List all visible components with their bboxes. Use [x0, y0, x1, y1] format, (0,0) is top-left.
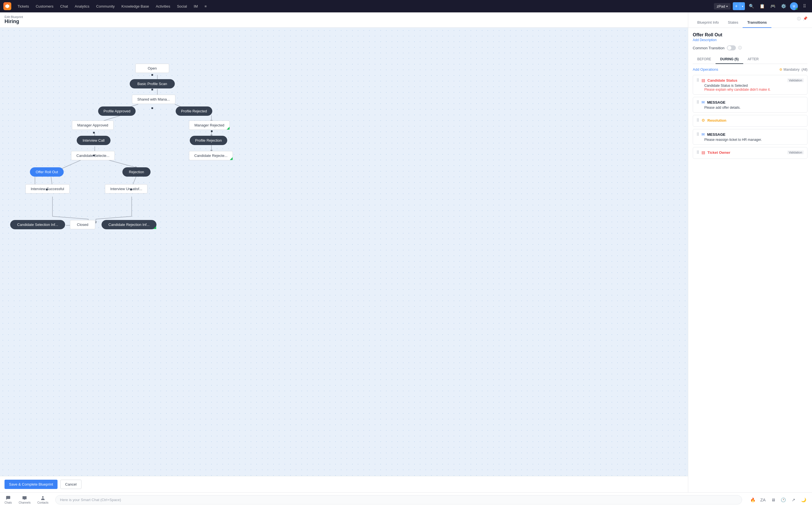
op-badge: Validation [787, 78, 804, 82]
brand-selector[interactable]: zPad ▾ [714, 3, 730, 10]
common-transition-toggle[interactable] [727, 45, 736, 50]
connector-dot [151, 74, 153, 76]
node-profile-rejected[interactable]: Profile Rejected [175, 107, 212, 116]
drag-handle[interactable]: ⠿ [696, 100, 699, 105]
search-button[interactable]: 🔍 [747, 2, 756, 10]
op-title: Candidate Status [707, 78, 737, 82]
status-bar-icons: 🔥 ZA 🖥 🕐 ↗ 🌙 [749, 496, 808, 504]
status-chats[interactable]: Chats [4, 496, 12, 504]
node-candidate-selection-inf[interactable]: Candidate Selection Inf... [10, 220, 65, 229]
share-icon[interactable]: ↗ [790, 496, 797, 504]
nav-community[interactable]: Community [93, 3, 117, 10]
clock-icon[interactable]: 🕐 [779, 496, 787, 504]
node-basic-profile-scan[interactable]: Basic Profile Scan [130, 79, 175, 89]
subtab-before[interactable]: BEFORE [693, 55, 716, 64]
op-body: Please add offer details. [696, 106, 804, 110]
add-operations-link[interactable]: Add Operations [693, 67, 718, 71]
nav-chat[interactable]: Chat [57, 3, 71, 10]
op-card-resolution: ⠿ ⚙ Resolution [693, 115, 808, 127]
subtab-after[interactable]: AFTER [743, 55, 763, 64]
online-indicator [796, 8, 798, 10]
grid-menu-button[interactable]: ⠿ [800, 2, 809, 10]
save-complete-button[interactable]: Save & Complete Blueprint [4, 480, 57, 489]
tab-blueprint-info[interactable]: Blueprint Info [693, 17, 723, 28]
op-card-candidate-status: ⠿ ▤ Candidate Status Validation Candidat… [693, 75, 808, 95]
flow-canvas[interactable]: Open Basic Profile Scan Shared with Mana… [0, 27, 688, 476]
nav-knowledge-base[interactable]: Knowledge Base [119, 3, 152, 10]
drag-handle[interactable]: ⠿ [696, 150, 699, 155]
smart-chat-input[interactable]: Here is your Smart Chat (Ctrl+Space) [55, 495, 742, 504]
nav-activities[interactable]: Activities [153, 3, 173, 10]
tab-transitions[interactable]: Transitions [743, 17, 771, 28]
node-rejection[interactable]: Rejection [122, 167, 151, 177]
app-logo[interactable] [3, 2, 11, 10]
text-format-icon[interactable]: ZA [759, 496, 767, 504]
panel-info-icon[interactable]: ⓘ [797, 16, 801, 21]
common-transition-info-icon[interactable]: ⓘ [738, 45, 742, 50]
ops-header: Add Operations ⚙ Mandatory (All) [693, 67, 808, 71]
notification-button[interactable]: 📋 [758, 2, 766, 10]
status-contacts[interactable]: Contacts [37, 496, 48, 504]
panel-pin-icon[interactable]: 📌 [803, 16, 808, 21]
cancel-button[interactable]: Cancel [60, 480, 81, 489]
nav-tickets[interactable]: Tickets [15, 3, 32, 10]
canvas-footer: Save & Complete Blueprint Cancel [0, 476, 688, 492]
node-profile-rejection[interactable]: Profile Rejection [190, 136, 227, 145]
nav-social[interactable]: Social [174, 3, 190, 10]
mandatory-label: ⚙ Mandatory (All) [779, 68, 808, 71]
node-closed[interactable]: Closed [70, 220, 95, 229]
node-interview-call[interactable]: Interview Call [77, 136, 110, 145]
canvas-header: Edit Blueprint Hiring [0, 12, 688, 27]
op-card-header: ⠿ ⚙ Resolution [696, 118, 804, 122]
fire-icon[interactable]: 🔥 [749, 496, 757, 504]
apps-button[interactable]: 🎮 [769, 2, 777, 10]
node-shared-with-manager[interactable]: Shared with Mana... [132, 95, 175, 104]
op-error: Please explain why candidate didn't make… [704, 88, 804, 92]
top-navigation: Tickets Customers Chat Analytics Communi… [0, 0, 812, 12]
user-avatar[interactable]: U [790, 2, 798, 10]
status-channels[interactable]: Channels [18, 496, 31, 504]
node-open[interactable]: Open [135, 64, 169, 73]
node-manager-rejected[interactable]: Manager Rejected [189, 121, 230, 130]
add-button[interactable]: + ▾ [733, 2, 745, 10]
connector-dot [93, 132, 95, 133]
node-manager-approved[interactable]: Manager Approved [72, 121, 114, 130]
nav-customers[interactable]: Customers [33, 3, 56, 10]
subtab-during[interactable]: DURING (5) [716, 55, 743, 64]
panel-content: Offer Roll Out Add Description Common Tr… [688, 28, 812, 492]
node-candidate-rejection-inf[interactable]: Candidate Rejection Inf... [101, 220, 156, 229]
op-badge: Validation [787, 151, 804, 154]
node-candidate-rejected[interactable]: Candidate Rejecte... [189, 151, 233, 160]
right-panel-tabs: Blueprint Info States Transitions [693, 17, 808, 27]
mandatory-dot: ⚙ [779, 68, 782, 71]
op-card-message-2: ⠿ ✉ MESSAGE Please reassign ticket to HR… [693, 129, 808, 145]
edit-label: Edit Blueprint [4, 15, 683, 18]
op-title: Resolution [707, 118, 726, 122]
tab-states[interactable]: States [723, 17, 743, 28]
op-card-message-1: ⠿ ✉ MESSAGE Please add offer details. [693, 97, 808, 113]
common-transition-row: Common Transition ⓘ [693, 45, 808, 50]
node-profile-approved[interactable]: Profile Approved [98, 107, 136, 116]
op-title: Ticket Owner [707, 151, 730, 155]
drag-handle[interactable]: ⠿ [696, 132, 699, 136]
op-card-header: ⠿ ✉ MESSAGE [696, 132, 804, 136]
op-card-header: ⠿ ▤ Ticket Owner Validation [696, 150, 804, 155]
nav-more[interactable]: ≡ [202, 3, 210, 10]
svg-line-10 [107, 160, 137, 168]
nav-analytics[interactable]: Analytics [72, 3, 92, 10]
form-icon: ▤ [702, 150, 705, 155]
screen-icon[interactable]: 🖥 [769, 496, 777, 504]
connector-dot [151, 89, 153, 91]
form-icon: ▤ [702, 78, 705, 82]
node-offer-roll-out[interactable]: Offer Roll Out [30, 167, 64, 177]
drag-handle[interactable]: ⠿ [696, 78, 699, 82]
node-interview-unsatisfied[interactable]: Interview Unsatisf... [105, 184, 147, 193]
settings-button[interactable]: ⚙️ [779, 2, 788, 10]
op-title: MESSAGE [707, 100, 725, 105]
add-description-link[interactable]: Add Description [693, 38, 808, 42]
op-card-ticket-owner: ⠿ ▤ Ticket Owner Validation [693, 147, 808, 159]
op-title: MESSAGE [707, 132, 725, 136]
nav-im[interactable]: IM [191, 3, 200, 10]
moon-icon[interactable]: 🌙 [800, 496, 808, 504]
drag-handle[interactable]: ⠿ [696, 118, 699, 122]
